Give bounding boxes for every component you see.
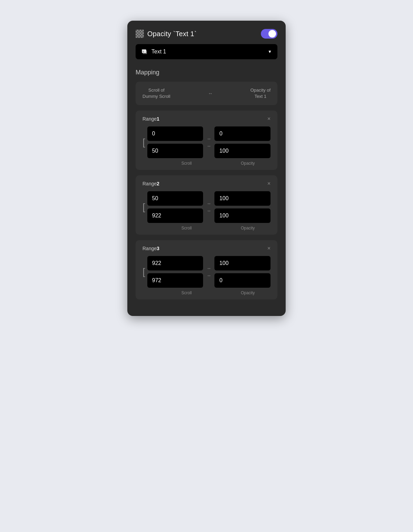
toggle-slider: [261, 29, 277, 39]
range-3-opacity-min[interactable]: [214, 256, 271, 270]
range-3-scroll-max[interactable]: [147, 273, 203, 288]
range-3-opacity-label: Opacity: [225, 290, 271, 295]
range-2-scroll-max[interactable]: [147, 208, 203, 223]
range-3-scroll-inputs: [147, 256, 203, 288]
panel-header: Opacity `Text 1`: [136, 29, 277, 39]
range-3-close-button[interactable]: ×: [267, 246, 271, 251]
range-1-bracket: [: [142, 126, 147, 158]
range-card-3: Range3 × [ ↔ ↔ Scroll Opacity: [136, 240, 277, 299]
range-1-inputs: [ ↔ ↔: [142, 126, 271, 158]
range-2-opacity-inputs: [214, 191, 271, 223]
panel-title: Opacity `Text 1`: [147, 30, 197, 38]
range-2-connectors: ↔ ↔: [203, 191, 214, 223]
range-2-connector-top-icon: ↔: [206, 201, 211, 206]
dropdown-left: T Text 1: [141, 48, 166, 55]
range-3-connector-bottom-icon: ↔: [206, 273, 211, 278]
checkerboard-icon: [136, 30, 144, 38]
range-2-scroll-label: Scroll: [158, 226, 209, 231]
range-3-connectors: ↔ ↔: [203, 256, 214, 288]
range-1-scroll-inputs: [147, 126, 203, 158]
range-3-header: Range3 ×: [142, 246, 271, 251]
range-card-2: Range2 × [ ↔ ↔ Scroll Opacity: [136, 175, 277, 235]
range-2-opacity-max[interactable]: [214, 208, 271, 223]
range-3-opacity-inputs: [214, 256, 271, 288]
mapping-source-label: Scroll ofDummy Scroll: [142, 87, 170, 100]
mapping-row: Scroll ofDummy Scroll ↔ Opacity ofText 1: [136, 82, 277, 105]
range-2-axis-labels: Scroll Opacity: [142, 226, 271, 231]
range-1-connectors: ↔ ↔: [203, 126, 214, 158]
range-3-title: Range3: [142, 246, 159, 251]
range-1-header: Range1 ×: [142, 116, 271, 122]
range-1-scroll-label: Scroll: [158, 161, 209, 166]
range-2-scroll-min[interactable]: [147, 191, 203, 206]
range-2-scroll-inputs: [147, 191, 203, 223]
opacity-panel: Opacity `Text 1` T Text 1 ▼ Mapping Scro…: [127, 21, 286, 316]
range-1-connector-bottom-icon: ↔: [206, 144, 211, 148]
range-2-inputs: [ ↔ ↔: [142, 191, 271, 223]
svg-text:T: T: [142, 51, 144, 53]
range-2-opacity-label: Opacity: [225, 226, 271, 231]
range-3-scroll-label: Scroll: [158, 290, 209, 295]
range-1-connector-top-icon: ↔: [206, 136, 211, 141]
range-1-title: Range1: [142, 116, 159, 122]
range-1-opacity-min[interactable]: [214, 126, 271, 141]
range-3-inputs: [ ↔ ↔: [142, 256, 271, 288]
mapping-connector-icon: ↔: [208, 91, 213, 96]
range-2-title: Range2: [142, 181, 159, 186]
header-left: Opacity `Text 1`: [136, 30, 197, 38]
range-2-opacity-min[interactable]: [214, 191, 271, 206]
range-1-opacity-max[interactable]: [214, 144, 271, 158]
range-3-connector-top-icon: ↔: [206, 266, 211, 270]
range-1-scroll-max[interactable]: [147, 144, 203, 158]
layer-dropdown[interactable]: T Text 1 ▼: [136, 44, 277, 59]
range-3-axis-labels: Scroll Opacity: [142, 290, 271, 295]
dropdown-label: Text 1: [151, 49, 166, 55]
mapping-section: Mapping Scroll ofDummy Scroll ↔ Opacity …: [136, 69, 277, 105]
mapping-target-label: Opacity ofText 1: [250, 87, 271, 100]
range-1-axis-labels: Scroll Opacity: [142, 161, 271, 166]
dropdown-arrow-icon: ▼: [268, 49, 272, 54]
range-3-bracket: [: [142, 256, 147, 288]
layer-icon: T: [141, 48, 148, 55]
range-2-header: Range2 ×: [142, 181, 271, 186]
range-1-scroll-min[interactable]: [147, 126, 203, 141]
enable-toggle[interactable]: [261, 29, 277, 39]
range-3-opacity-max[interactable]: [214, 273, 271, 288]
range-1-opacity-label: Opacity: [225, 161, 271, 166]
range-card-1: Range1 × [ ↔ ↔ Scroll Opacity: [136, 111, 277, 170]
mapping-heading: Mapping: [136, 69, 277, 76]
range-3-scroll-min[interactable]: [147, 256, 203, 270]
range-2-close-button[interactable]: ×: [267, 181, 271, 186]
range-1-close-button[interactable]: ×: [267, 116, 271, 122]
range-2-bracket: [: [142, 191, 147, 223]
range-2-connector-bottom-icon: ↔: [206, 208, 211, 213]
range-1-opacity-inputs: [214, 126, 271, 158]
